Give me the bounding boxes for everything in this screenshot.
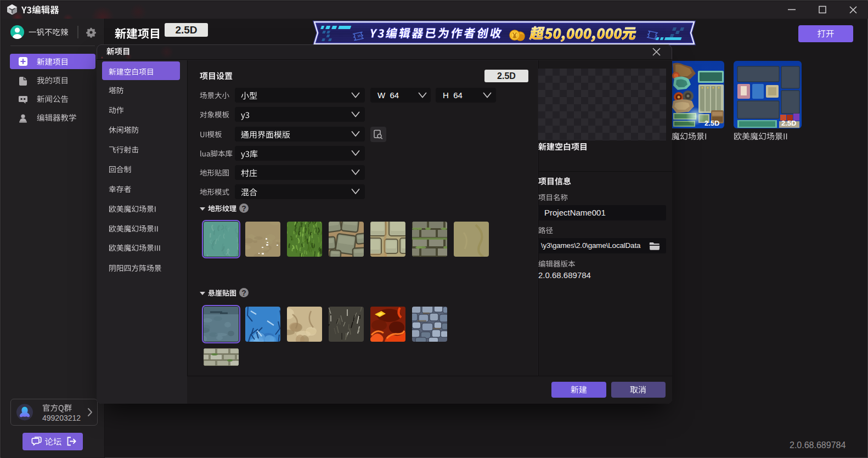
svg-text:?: ? (241, 204, 246, 213)
svg-text:?: ? (241, 289, 246, 297)
